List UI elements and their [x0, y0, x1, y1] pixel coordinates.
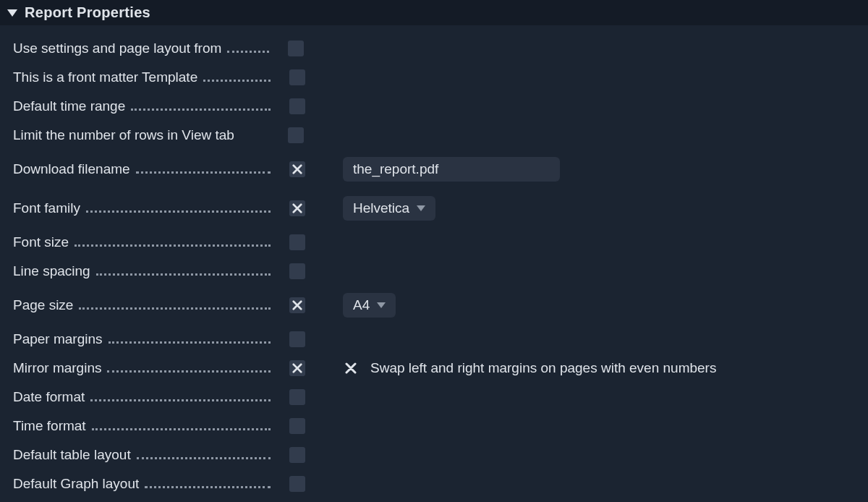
property-row-line-spacing: Line spacing — [13, 257, 868, 286]
enable-checkbox-use-settings[interactable] — [288, 41, 304, 56]
property-label: This is a front matter Template — [13, 69, 273, 85]
enable-checkbox-graph-layout[interactable] — [289, 476, 305, 492]
dots-filler — [109, 341, 271, 344]
value-cell: A4 — [324, 293, 396, 318]
enable-checkbox-time-format[interactable] — [289, 418, 305, 434]
property-label: Default Graph layout — [13, 476, 273, 492]
property-row-time-format: Time format — [13, 412, 868, 441]
dots-filler — [203, 80, 271, 82]
property-label: Font family — [13, 200, 273, 216]
enable-checkbox-date-format[interactable] — [289, 389, 305, 405]
property-row-font-size: Font size — [13, 228, 868, 257]
label-text: Limit the number of rows in View tab — [13, 127, 234, 143]
dots-filler — [96, 273, 271, 276]
enable-checkbox-cell — [273, 360, 324, 376]
enable-checkbox-cell — [273, 476, 324, 492]
value-cell — [324, 157, 560, 182]
enable-checkbox-default-time[interactable] — [289, 98, 305, 114]
enable-checkbox-page-size[interactable] — [289, 297, 305, 313]
enable-checkbox-paper-margins[interactable] — [289, 331, 305, 347]
enable-checkbox-cell — [273, 98, 324, 114]
property-label: Line spacing — [13, 263, 273, 279]
dots-filler — [137, 457, 271, 459]
property-row-table-layout: Default table layout — [13, 441, 868, 469]
property-row-paper-margins: Paper margins — [13, 325, 868, 354]
enable-checkbox-cell — [273, 161, 324, 177]
label-text: Date format — [13, 389, 85, 405]
dots-filler — [92, 428, 271, 430]
panel-header[interactable]: Report Properties — [0, 0, 868, 25]
enable-checkbox-table-layout[interactable] — [289, 447, 305, 463]
label-text: Font family — [13, 200, 80, 216]
enable-checkbox-cell — [273, 331, 324, 347]
label-text: Page size — [13, 297, 73, 313]
chevron-down-icon — [377, 302, 386, 308]
property-row-graph-layout: Default Graph layout — [13, 469, 868, 498]
property-row-download-filename: Download filename — [13, 150, 868, 189]
enable-checkbox-cell — [273, 389, 324, 405]
enable-checkbox-front-matter[interactable] — [289, 69, 305, 85]
enable-checkbox-download-filename[interactable] — [289, 161, 305, 177]
enable-checkbox-font-size[interactable] — [289, 234, 305, 250]
property-row-default-time: Default time range — [13, 92, 868, 121]
enable-checkbox-mirror-margins[interactable] — [289, 360, 305, 376]
enable-checkbox-limit-rows[interactable] — [288, 127, 304, 143]
enable-checkbox-cell — [273, 69, 324, 85]
label-text: Download filename — [13, 161, 130, 177]
dots-filler — [131, 109, 271, 111]
enable-checkbox-cell — [272, 41, 323, 56]
dots-filler — [145, 486, 271, 488]
select-value: Helvetica — [353, 200, 409, 216]
page-size-select[interactable]: A4 — [343, 293, 396, 318]
property-row-front-matter: This is a front matter Template — [13, 63, 868, 92]
property-label: Download filename — [13, 161, 273, 177]
enable-checkbox-cell — [273, 234, 324, 250]
mirror-margins-value-checkbox[interactable] — [343, 360, 359, 376]
property-row-font-family: Font familyHelvetica — [13, 189, 868, 228]
dots-filler — [79, 307, 271, 310]
enable-checkbox-cell — [273, 447, 324, 463]
select-value: A4 — [353, 297, 370, 313]
mirror-margins-description: Swap left and right margins on pages wit… — [370, 360, 716, 376]
label-text: Default Graph layout — [13, 476, 139, 492]
property-row-page-size: Page sizeA4 — [13, 286, 868, 325]
label-text: Line spacing — [13, 263, 90, 279]
label-text: Default time range — [13, 98, 125, 114]
property-label: Page size — [13, 297, 273, 313]
value-cell: Helvetica — [324, 196, 435, 221]
dots-filler — [75, 244, 271, 247]
property-label: Paper margins — [13, 331, 273, 347]
enable-checkbox-cell — [273, 418, 324, 434]
enable-checkbox-cell — [273, 297, 324, 313]
property-label: Mirror margins — [13, 360, 273, 376]
property-row-date-format: Date format — [13, 383, 868, 412]
dots-filler — [136, 171, 271, 174]
dots-filler — [107, 370, 271, 373]
enable-checkbox-line-spacing[interactable] — [289, 263, 305, 279]
dots-filler — [86, 210, 271, 213]
dots-filler — [227, 51, 269, 53]
property-label: Default table layout — [13, 447, 273, 463]
label-text: Font size — [13, 234, 69, 250]
property-label: Time format — [13, 418, 273, 434]
property-label: Use settings and page layout from — [13, 41, 272, 56]
property-row-mirror-margins: Mirror marginsSwap left and right margin… — [13, 354, 868, 383]
download-filename-input[interactable] — [343, 157, 560, 182]
enable-checkbox-cell — [272, 127, 323, 143]
dots-filler — [90, 399, 271, 401]
enable-checkbox-font-family[interactable] — [289, 200, 305, 216]
property-label: Limit the number of rows in View tab — [13, 127, 272, 143]
property-label: Date format — [13, 389, 273, 405]
property-row-use-settings: Use settings and page layout from — [13, 34, 868, 63]
properties-list: Use settings and page layout fromThis is… — [0, 25, 868, 502]
label-text: Time format — [13, 418, 86, 434]
font-family-select[interactable]: Helvetica — [343, 196, 435, 221]
property-row-limit-rows: Limit the number of rows in View tab — [13, 121, 868, 150]
property-label: Default time range — [13, 98, 273, 114]
panel-title: Report Properties — [25, 4, 150, 21]
chevron-down-icon — [417, 205, 425, 211]
property-label: Font size — [13, 234, 273, 250]
enable-checkbox-cell — [273, 263, 324, 279]
enable-checkbox-cell — [273, 200, 324, 216]
label-text: Default table layout — [13, 447, 131, 463]
